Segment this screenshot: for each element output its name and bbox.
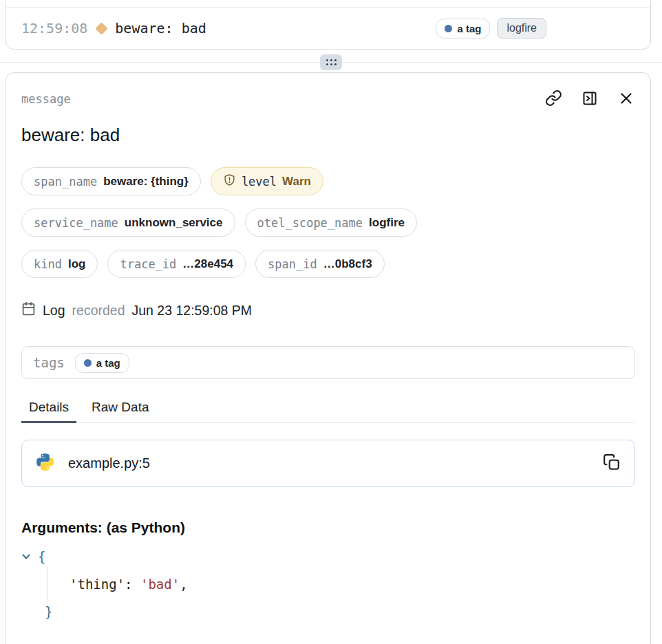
level-label: level bbox=[242, 175, 277, 189]
panel-header-label: message bbox=[21, 92, 71, 106]
span-id-pill[interactable]: span_id …0b8cf3 bbox=[255, 250, 385, 278]
source-location-box[interactable]: example.py:5 bbox=[21, 440, 635, 487]
copy-icon bbox=[603, 453, 621, 473]
attribute-row-3: kind log trace_id …28e454 span_id …0b8cf… bbox=[21, 250, 635, 278]
source-file-path: example.py:5 bbox=[68, 455, 150, 471]
service-name-value: unknown_service bbox=[125, 216, 223, 230]
detail-title: beware: bad bbox=[21, 125, 635, 146]
service-name-pill[interactable]: service_name unknown_service bbox=[21, 208, 235, 237]
span-id-value: …0b8cf3 bbox=[323, 257, 372, 271]
tag-badge-label: a tag bbox=[457, 23, 481, 34]
arguments-heading: Arguments: (as Python) bbox=[21, 519, 635, 536]
open-brace: { bbox=[38, 543, 45, 570]
level-value: Warn bbox=[282, 175, 311, 189]
tab-raw-data[interactable]: Raw Data bbox=[84, 397, 156, 423]
tag-badge-detail-label: a tag bbox=[96, 357, 120, 369]
recorded-datetime: Jun 23 12:59:08 PM bbox=[132, 303, 253, 319]
tag-badge[interactable]: a tag bbox=[436, 19, 490, 39]
shield-alert-icon bbox=[223, 173, 236, 189]
calendar-icon bbox=[21, 301, 36, 319]
log-row-badges: a tag logfire bbox=[436, 18, 546, 39]
recorded-verb: recorded bbox=[72, 303, 125, 319]
code-line-open: { bbox=[21, 543, 635, 570]
trace-id-label: trace_id bbox=[120, 257, 176, 271]
span-name-value: beware: {thing} bbox=[103, 175, 189, 189]
copy-link-button[interactable] bbox=[544, 90, 562, 108]
splitter-drag-handle[interactable] bbox=[320, 54, 342, 70]
service-name-label: service_name bbox=[34, 216, 118, 230]
tags-label: tags bbox=[33, 355, 65, 370]
kind-label: kind bbox=[34, 257, 62, 271]
chevron-down-icon[interactable] bbox=[21, 552, 31, 561]
panel-right-icon bbox=[581, 90, 598, 109]
trace-id-pill[interactable]: trace_id …28e454 bbox=[107, 250, 246, 278]
code-line-close: } bbox=[21, 598, 635, 625]
otel-scope-label: otel_scope_name bbox=[257, 216, 363, 230]
tab-details[interactable]: Details bbox=[21, 397, 76, 423]
indent-guide bbox=[47, 566, 47, 603]
close-panel-button[interactable] bbox=[617, 90, 635, 108]
previous-log-row bbox=[6, 0, 650, 8]
otel-scope-value: logfire bbox=[369, 216, 405, 230]
panel-header-actions bbox=[544, 90, 635, 108]
tag-badge-detail[interactable]: a tag bbox=[75, 353, 129, 373]
arguments-code-block: { 'thing': 'bad', } bbox=[21, 543, 635, 625]
trace-id-value: …28e454 bbox=[182, 257, 233, 271]
drag-dots-icon bbox=[326, 59, 337, 65]
span-id-label: span_id bbox=[268, 257, 317, 271]
level-pill[interactable]: level Warn bbox=[211, 167, 323, 195]
kind-pill[interactable]: kind log bbox=[21, 250, 98, 278]
log-message: beware: bad bbox=[115, 20, 206, 36]
link-icon bbox=[545, 89, 562, 109]
tags-box: tags a tag bbox=[21, 346, 635, 379]
open-side-panel-button[interactable] bbox=[581, 90, 599, 108]
attribute-row-1: span_name beware: {thing} level Warn bbox=[21, 167, 635, 195]
log-list-card: 12:59:08 beware: bad a tag logfire bbox=[6, 0, 651, 50]
warn-diamond-icon bbox=[96, 22, 108, 34]
panel-header: message bbox=[21, 90, 635, 108]
code-comma: , bbox=[180, 577, 187, 592]
code-string-value: 'bad' bbox=[140, 577, 180, 592]
log-row[interactable]: 12:59:08 beware: bad a tag logfire bbox=[6, 8, 650, 49]
recorded-line: Log recorded Jun 23 12:59:08 PM bbox=[21, 301, 635, 319]
kind-value: log bbox=[68, 257, 86, 271]
log-timestamp: 12:59:08 bbox=[21, 20, 87, 36]
attribute-row-2: service_name unknown_service otel_scope_… bbox=[21, 208, 635, 237]
recorded-type: Log bbox=[43, 303, 65, 319]
span-name-label: span_name bbox=[34, 175, 97, 189]
code-key: 'thing': bbox=[70, 577, 133, 592]
code-line-key-value: 'thing': 'bad', bbox=[21, 570, 635, 598]
tag-dot-icon bbox=[84, 359, 92, 367]
span-name-pill[interactable]: span_name beware: {thing} bbox=[21, 167, 201, 195]
close-brace: } bbox=[45, 604, 52, 619]
tag-dot-icon bbox=[445, 25, 452, 32]
python-icon bbox=[36, 453, 54, 474]
detail-tabbar: Details Raw Data bbox=[21, 397, 635, 423]
log-detail-panel: message beware: bad span_name bewa bbox=[6, 72, 651, 644]
otel-scope-pill[interactable]: otel_scope_name logfire bbox=[245, 208, 417, 237]
scope-badge[interactable]: logfire bbox=[497, 18, 546, 39]
close-icon bbox=[617, 89, 635, 109]
copy-source-button[interactable] bbox=[603, 455, 621, 473]
